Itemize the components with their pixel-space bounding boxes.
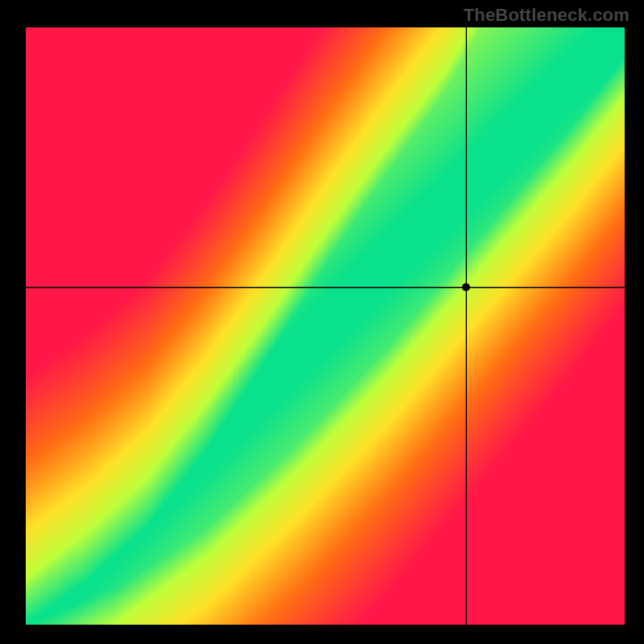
watermark-text: TheBottleneck.com [464, 5, 630, 26]
chart-container: TheBottleneck.com [0, 0, 644, 644]
heatmap-canvas [26, 27, 625, 625]
